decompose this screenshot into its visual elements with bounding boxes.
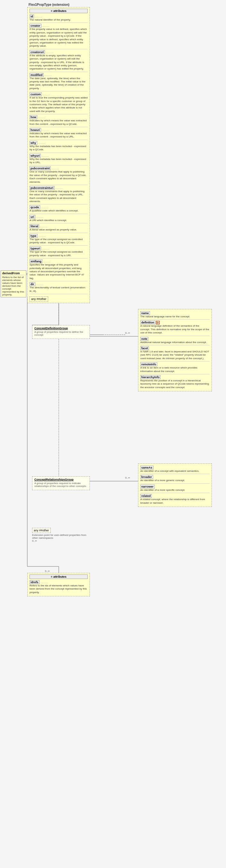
- concept-rel-props: sameAs An identifier of a concept with e…: [138, 463, 212, 507]
- attr-literal: literal ............ A literal value ass…: [30, 224, 88, 231]
- attr-howuri-name: howuri: [30, 128, 41, 132]
- concept-rel-any-other: any ##other Extension point for user-def…: [32, 528, 90, 542]
- attr-dir-desc: The directionality of textual content (e…: [30, 286, 88, 293]
- concept-def-multi-text: 0..∞: [125, 332, 130, 334]
- prop-name: name The natural language name for the c…: [140, 311, 210, 318]
- attr-typeuri-dots: ............: [42, 247, 49, 250]
- bottom-attr-header: ≡ attributes: [30, 575, 88, 579]
- attr-custom-name: custom: [30, 92, 42, 96]
- attr-pubconstraint-dots: ............: [51, 167, 59, 169]
- prop-sameas-label: sameAs: [140, 466, 153, 470]
- prop-remoteinfo-label: remoteInfo: [140, 362, 157, 366]
- bottom-attr-title: attributes: [53, 575, 67, 578]
- attr-how-desc: Indicates by which means the value was e…: [30, 119, 88, 126]
- attr-qcode: qcode ............ A qualified code whic…: [30, 205, 88, 212]
- prop-idrefs: idrefs ............ Refers to the ids of…: [30, 580, 88, 594]
- attr-pubconstraint: pubconstraint ............ One or many c…: [30, 166, 88, 184]
- bottom-multi-text: 0..∞: [45, 570, 50, 572]
- attr-howuri: howuri ............ Indicates by which m…: [30, 128, 88, 139]
- prop-definition-label: definition: [140, 320, 155, 324]
- attr-uri-dots: ............: [36, 216, 43, 218]
- main-uml-box: ≡ attributes id ............ The natural…: [27, 7, 90, 303]
- prop-related: related A related concept; where the rel…: [140, 494, 210, 505]
- attr-uri-name: uri: [30, 215, 35, 219]
- attr-creatoruri-name: creatoruri: [30, 50, 45, 54]
- prop-broader: broader An identifier of a more generic …: [140, 475, 210, 482]
- any-other-label: any ##other: [30, 297, 48, 302]
- derived-from-title: derivedFrom: [2, 272, 25, 275]
- attr-pubconstraint-name: pubconstraint: [30, 166, 51, 170]
- concept-rel-any-other-box: any ##other: [32, 528, 51, 533]
- attr-literal-dots: ............: [40, 225, 47, 227]
- attr-modified-desc: The date (and, optionally, the time) whe…: [30, 77, 88, 90]
- prop-sameas-desc: An identifier of a concept with equivale…: [140, 470, 210, 473]
- attr-dir-dots: ............: [36, 283, 43, 285]
- attr-creatoruri: creatoruri ............ If the attribute…: [30, 50, 88, 71]
- prop-broader-label: broader: [140, 475, 153, 479]
- concept-rel-subtitle: A group of properties required to indica…: [34, 482, 88, 488]
- derived-from-inner: derivedFrom Refers to the list of elemen…: [1, 270, 26, 298]
- attr-xmllang-desc: Specifies the language of this property …: [30, 263, 88, 280]
- attr-custom-dots: ............: [42, 93, 50, 96]
- concept-def-title: ConceptDefinitionGroup: [34, 327, 88, 330]
- prop-idrefs-label: idrefs: [30, 580, 39, 584]
- prop-narrower-label: narrower: [140, 485, 155, 489]
- attr-creator-dots: ............: [42, 25, 49, 27]
- prop-idrefs-desc: Refers to the ids of elements which valu…: [30, 584, 88, 594]
- attr-howuri-dots: ............: [42, 129, 49, 131]
- attr-literal-desc: A literal value assigned as property val…: [30, 228, 88, 231]
- prop-name-label: name: [140, 311, 150, 315]
- prop-hierarchyinfo-desc: Represents the position of a concept in …: [140, 379, 210, 389]
- prop-definition-desc: A natural language definition of the sem…: [140, 324, 210, 334]
- attr-whyuri-name: whyuri: [30, 154, 41, 158]
- attr-typeuri-desc: The type of the concept assigned as cont…: [30, 250, 88, 257]
- prop-facet: facet In NAR 1.8 and later, facet is dep…: [140, 346, 210, 360]
- attr-qcode-name: qcode: [30, 205, 40, 209]
- prop-related-desc: A related concept; where the relationshi…: [140, 498, 210, 505]
- attr-id-dots: ............: [35, 16, 42, 18]
- prop-sameas: sameAs An identifier of a concept with e…: [140, 466, 210, 473]
- attr-why: why ............ Why the metadata has be…: [30, 141, 88, 152]
- prop-name-desc: The natural language name for the concep…: [140, 315, 210, 318]
- attr-whyuri-dots: ............: [41, 155, 49, 157]
- attr-pubconstraint-desc: One or many constraints that apply to pu…: [30, 170, 88, 184]
- prop-hierarchyinfo-label: hierarchyInfo: [140, 375, 160, 379]
- concept-rel-multi-label: 0..∞: [125, 476, 130, 479]
- attr-pubconstrainturi-dots: ............: [55, 187, 63, 189]
- attr-creator: creator ............ If the property val…: [30, 24, 88, 48]
- attr-uri: uri ............ A URI which identifies …: [30, 215, 88, 222]
- prop-definition: definition D A natural language definiti…: [140, 320, 210, 334]
- attr-typeuri: typeuri ............ The type of the con…: [30, 247, 88, 257]
- attr-xmllang-name: xmllang: [30, 259, 42, 263]
- any-other-text: any ##other: [31, 298, 46, 301]
- page-container: Flex1PropType (extension) ≡ attributes i…: [0, 0, 226, 868]
- page-title: Flex1PropType (extension): [27, 3, 71, 7]
- attr-modified-dots: ............: [44, 74, 52, 76]
- bottom-attr-icon: ≡: [51, 575, 52, 578]
- attr-whyuri: whyuri ............ Why the metadata has…: [30, 154, 88, 164]
- prop-narrower: narrower An identifier of a more specifi…: [140, 485, 210, 492]
- attr-id: id ............ The natural identifier o…: [30, 14, 88, 22]
- attr-custom: custom ............ If set to true the c…: [30, 92, 88, 113]
- attr-typeuri-name: typeuri: [30, 247, 41, 250]
- attr-creator-name: creator: [30, 24, 41, 28]
- attr-custom-desc: If set to true the corresponding propert…: [30, 96, 88, 113]
- prop-note-desc: Additional natural language information …: [140, 341, 210, 344]
- attr-whyuri-desc: Why the metadata has been included - exp…: [30, 158, 88, 164]
- prop-note-label: note: [140, 337, 148, 341]
- concept-def-subtitle: A group of properties required to define…: [34, 331, 88, 336]
- concept-rel-title: ConceptRelationshipsGroup: [34, 478, 88, 481]
- prop-related-label: related: [140, 494, 152, 498]
- derived-from-desc: Refers to the list of elements whose val…: [2, 276, 25, 296]
- concept-rel-multi-text: 0..∞: [125, 476, 130, 479]
- definition-icon: D: [156, 321, 160, 324]
- derived-from-box: derivedFrom Refers to the list of elemen…: [1, 270, 26, 298]
- prop-remoteinfo-desc: A link to an item or a web resource whic…: [140, 366, 210, 373]
- attr-qcode-desc: A qualified code which identifies a conc…: [30, 209, 88, 212]
- attr-creatoruri-dots: ............: [46, 51, 53, 54]
- attr-how-name: how: [30, 115, 37, 119]
- attr-dir: dir ............ The directionality of t…: [30, 282, 88, 293]
- attr-id-name: id: [30, 14, 34, 18]
- concept-rel-any-other-desc: Extension point for user-defined propert…: [32, 534, 90, 539]
- prop-remoteinfo: remoteInfo A link to an item or a web re…: [140, 362, 210, 373]
